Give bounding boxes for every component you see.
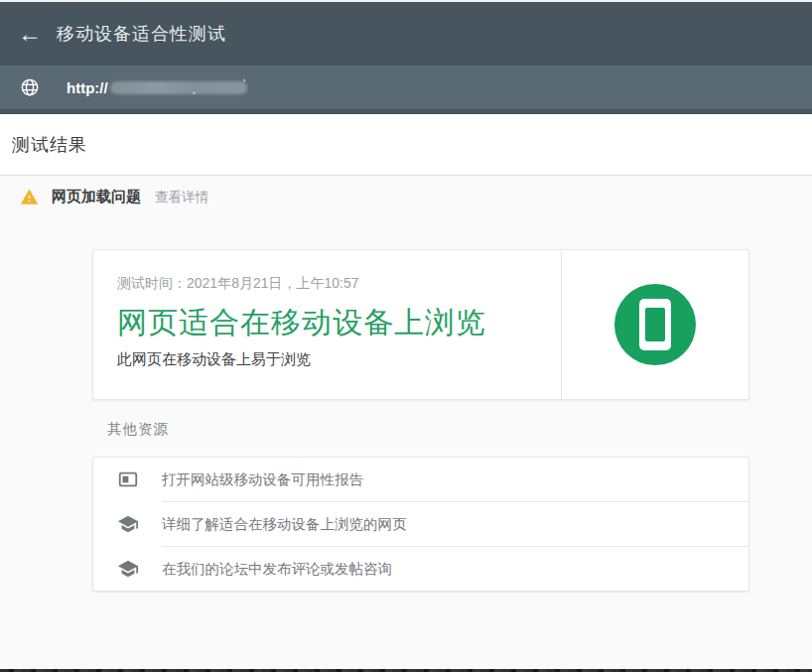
resource-label: 打开网站级移动设备可用性报告 [162,470,363,489]
mobile-friendly-status-icon [614,284,696,365]
url-bar: http:// ’ [0,66,812,109]
school-icon [93,558,162,580]
resource-label: 详细了解适合在移动设备上浏览的网页 [162,515,407,534]
main-content: 网页加载问题 查看详情 测试时间：2021年8月21日，上午10:57 网页适合… [0,176,812,672]
resource-link-usability-report[interactable]: 打开网站级移动设备可用性报告 [93,458,748,501]
result-status-panel [561,250,748,399]
phone-icon [639,299,671,350]
resource-link-forum[interactable]: 在我们的论坛中发布评论或发帖咨询 [93,547,748,591]
verdict-heading: 网页适合在移动设备上浏览 [117,303,561,343]
resources-heading: 其他资源 [107,420,169,439]
app-title: 移动设备适合性测试 [57,22,226,46]
view-details-link[interactable]: 查看详情 [155,189,208,206]
verdict-description: 此网页在移动设备上易于浏览 [117,350,561,369]
results-bar: 测试结果 [0,114,812,175]
warning-row: 网页加载问题 查看详情 [20,188,208,206]
test-time: 测试时间：2021年8月21日，上午10:57 [117,275,561,293]
resources-card: 打开网站级移动设备可用性报告 详细了解适合在移动设备上浏览的网页 在我们的论坛中… [92,457,749,592]
app-header: ← 移动设备适合性测试 [0,2,812,66]
tested-url: http:// [67,79,108,96]
result-card-text: 测试时间：2021年8月21日，上午10:57 网页适合在移动设备上浏览 此网页… [93,250,561,399]
warning-label: 网页加载问题 [52,188,141,206]
phone-screen [645,308,665,341]
redacted-url-blob [110,81,247,94]
globe-icon [20,77,40,97]
results-title: 测试结果 [12,133,87,157]
resource-link-learn-mobile-friendly[interactable]: 详细了解适合在移动设备上浏览的网页 [93,502,748,546]
usability-report-icon [93,469,162,490]
resource-label: 在我们的论坛中发布评论或发帖咨询 [162,560,392,579]
back-button[interactable]: ← [18,22,42,46]
result-card: 测试时间：2021年8月21日，上午10:57 网页适合在移动设备上浏览 此网页… [92,249,749,400]
warning-triangle-icon [20,188,39,206]
school-icon [93,513,162,535]
